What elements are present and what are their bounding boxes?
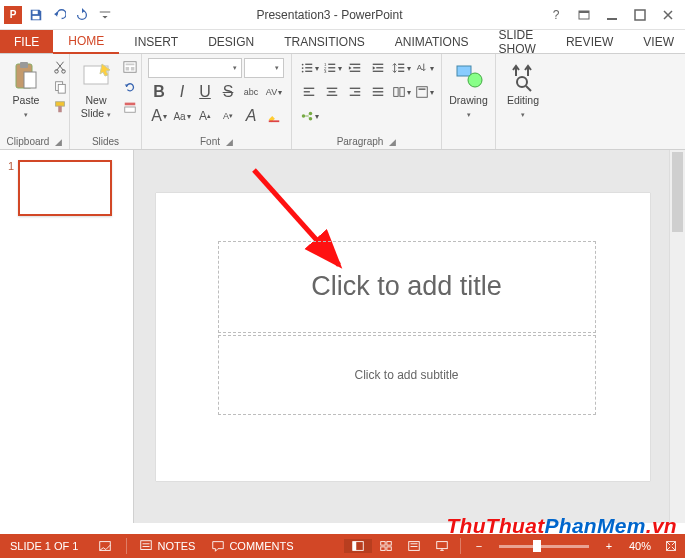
align-center-button[interactable]: [321, 82, 343, 102]
notes-button[interactable]: NOTES: [131, 534, 203, 558]
slideshow-view-button[interactable]: [428, 539, 456, 553]
tab-transitions[interactable]: TRANSITIONS: [269, 30, 380, 54]
svg-rect-42: [398, 67, 404, 68]
align-right-button[interactable]: [344, 82, 366, 102]
close-icon[interactable]: [655, 4, 681, 26]
svg-rect-30: [328, 64, 335, 65]
svg-rect-46: [304, 91, 310, 92]
svg-point-27: [301, 71, 303, 73]
svg-point-25: [301, 67, 303, 69]
underline-button[interactable]: U: [194, 82, 216, 102]
tab-view[interactable]: VIEW: [628, 30, 685, 54]
normal-view-button[interactable]: [344, 539, 372, 553]
tab-file[interactable]: FILE: [0, 30, 53, 54]
new-slide-button[interactable]: NewSlide ▾: [76, 58, 116, 121]
columns-button[interactable]: ▾: [390, 82, 412, 102]
increase-indent-button[interactable]: [367, 58, 389, 78]
drawing-button[interactable]: Drawing▾: [445, 58, 492, 121]
line-spacing-button[interactable]: ▾: [390, 58, 412, 78]
justify-button[interactable]: [367, 82, 389, 102]
font-family-combo[interactable]: ▾: [148, 58, 242, 78]
font-label: Font: [200, 136, 220, 147]
clipboard-launcher-icon[interactable]: ◢: [55, 137, 62, 147]
text-direction-button[interactable]: A▾: [413, 58, 435, 78]
customize-qat-icon[interactable]: [94, 4, 116, 26]
redo-icon[interactable]: [71, 4, 93, 26]
char-spacing-button[interactable]: AV▾: [263, 82, 285, 102]
cut-icon[interactable]: [50, 58, 70, 76]
align-left-button[interactable]: [298, 82, 320, 102]
paragraph-launcher-icon[interactable]: ◢: [389, 137, 396, 147]
tab-design[interactable]: DESIGN: [193, 30, 269, 54]
tab-home[interactable]: HOME: [53, 30, 119, 54]
save-icon[interactable]: [25, 4, 47, 26]
svg-rect-14: [58, 106, 62, 112]
font-size-combo[interactable]: ▾: [244, 58, 284, 78]
tab-animations[interactable]: ANIMATIONS: [380, 30, 484, 54]
find-icon: [507, 60, 539, 92]
tab-slideshow[interactable]: SLIDE SHOW: [484, 30, 551, 54]
title-placeholder[interactable]: Click to add title: [218, 241, 596, 333]
zoom-slider-thumb[interactable]: [533, 540, 541, 552]
layout-icon[interactable]: [120, 58, 140, 76]
document-name: Presentation3: [256, 8, 330, 22]
ribbon-display-icon[interactable]: [571, 4, 597, 26]
strikethrough-button[interactable]: S: [217, 82, 239, 102]
zoom-level[interactable]: 40%: [623, 540, 657, 552]
copy-icon[interactable]: [50, 78, 70, 96]
font-color-button[interactable]: A▾: [148, 106, 170, 126]
font-launcher-icon[interactable]: ◢: [226, 137, 233, 147]
smartart-button[interactable]: ▾: [298, 106, 320, 126]
ribbon: Paste▾ Clipboard◢ NewSlide ▾ Slides: [0, 54, 685, 150]
title-placeholder-text: Click to add title: [311, 271, 502, 302]
clear-formatting-button[interactable]: A: [240, 106, 262, 126]
slide-thumbnail-1[interactable]: 1: [8, 160, 125, 216]
thumbnail-preview: [18, 160, 112, 216]
help-icon[interactable]: ?: [543, 4, 569, 26]
comments-button[interactable]: COMMENTS: [203, 534, 301, 558]
subtitle-placeholder[interactable]: Click to add subtitle: [218, 335, 596, 415]
svg-rect-21: [125, 107, 136, 112]
svg-rect-75: [387, 542, 391, 546]
group-drawing: Drawing▾: [442, 54, 496, 149]
grow-font-button[interactable]: A▴: [194, 106, 216, 126]
bold-button[interactable]: B: [148, 82, 170, 102]
shrink-font-button[interactable]: A▾: [217, 106, 239, 126]
highlight-button[interactable]: [263, 106, 285, 126]
paste-button[interactable]: Paste▾: [6, 58, 46, 121]
text-shadow-button[interactable]: abc: [240, 82, 262, 102]
drawing-label: Drawing: [449, 94, 488, 106]
undo-icon[interactable]: [48, 4, 70, 26]
zoom-in-button[interactable]: +: [595, 540, 623, 552]
svg-rect-58: [399, 88, 403, 97]
italic-button[interactable]: I: [171, 82, 193, 102]
section-icon[interactable]: [120, 98, 140, 116]
editing-button[interactable]: Editing▾: [503, 58, 543, 121]
zoom-out-button[interactable]: −: [465, 540, 493, 552]
slide-canvas[interactable]: Click to add title Click to add subtitle: [156, 193, 650, 481]
reset-icon[interactable]: [120, 78, 140, 96]
svg-rect-17: [126, 64, 135, 66]
tab-review[interactable]: REVIEW: [551, 30, 628, 54]
decrease-indent-button[interactable]: [344, 58, 366, 78]
newslide-label1: New: [85, 94, 106, 106]
maximize-icon[interactable]: [627, 4, 653, 26]
vertical-scrollbar[interactable]: [669, 150, 685, 523]
svg-rect-41: [398, 64, 404, 65]
fit-to-window-button[interactable]: [657, 539, 685, 553]
app-icon[interactable]: P: [2, 4, 24, 26]
format-painter-icon[interactable]: [50, 98, 70, 116]
group-font: ▾ ▾ B I U S abc AV▾ A▾ Aa▾ A▴ A▾ A Font◢: [142, 54, 292, 149]
tab-insert[interactable]: INSERT: [119, 30, 193, 54]
change-case-button[interactable]: Aa▾: [171, 106, 193, 126]
spellcheck-icon[interactable]: [98, 539, 112, 553]
scrollbar-thumb[interactable]: [672, 152, 683, 232]
reading-view-button[interactable]: [400, 539, 428, 553]
svg-rect-35: [350, 64, 361, 65]
align-text-button[interactable]: ▾: [413, 82, 435, 102]
bullets-button[interactable]: ▾: [298, 58, 320, 78]
slide-sorter-button[interactable]: [372, 539, 400, 553]
minimize-icon[interactable]: [599, 4, 625, 26]
zoom-slider[interactable]: [499, 545, 589, 548]
numbering-button[interactable]: 123▾: [321, 58, 343, 78]
